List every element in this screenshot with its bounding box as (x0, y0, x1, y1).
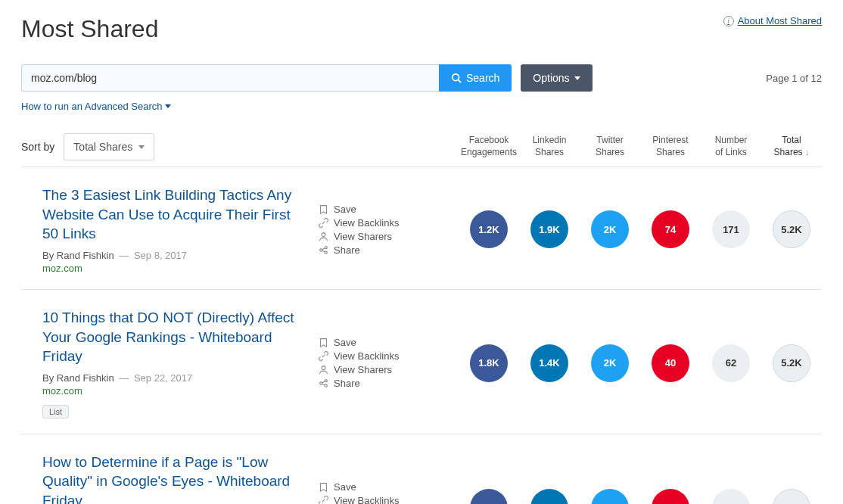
col-linkedin[interactable]: LinkedinShares (519, 135, 580, 158)
twitter-metric: 2K (591, 210, 629, 248)
svg-line-12 (322, 381, 324, 383)
result-tags: List (42, 404, 309, 418)
user-icon (318, 232, 328, 241)
share-icon (318, 378, 328, 388)
view-backlinks-action[interactable]: View Backlinks (318, 495, 424, 504)
view-sharers-action[interactable]: View Sharers (318, 231, 424, 242)
page-title: Most Shared (21, 15, 158, 43)
save-action[interactable]: Save (318, 204, 424, 215)
links-metric: 62 (712, 344, 750, 382)
result-domain[interactable]: moz.com (42, 263, 309, 274)
svg-line-7 (322, 250, 324, 252)
bookmark-icon (318, 482, 328, 492)
result-date: Sep 8, 2017 (134, 250, 187, 261)
save-action[interactable]: Save (318, 481, 424, 493)
svg-point-2 (322, 233, 325, 237)
pinterest-metric: 200 (652, 489, 689, 504)
svg-point-4 (325, 247, 327, 249)
view-sharers-action[interactable]: View Sharers (318, 364, 424, 375)
search-button[interactable]: Search (439, 64, 512, 92)
linkedin-metric: 1.9K (530, 210, 568, 248)
about-link[interactable]: i About Most Shared (723, 15, 822, 26)
page-indicator: Page 1 of 12 (766, 73, 822, 84)
facebook-metric: 1.2K (470, 210, 508, 248)
user-icon (318, 365, 328, 375)
col-twitter[interactable]: TwitterShares (580, 135, 640, 158)
twitter-metric: 2.2K (591, 489, 629, 504)
search-icon (451, 73, 462, 83)
result-byline: By Rand Fishkin — Sep 8, 2017 (42, 250, 309, 261)
share-action[interactable]: Share (318, 378, 424, 389)
twitter-metric: 2K (591, 344, 629, 382)
total-metric: 5.2K (773, 344, 810, 382)
col-total[interactable]: TotalShares ↓ (761, 135, 822, 158)
result-domain[interactable]: moz.com (42, 385, 309, 397)
pinterest-metric: 74 (652, 210, 689, 248)
linkedin-metric: 1.4K (530, 344, 568, 382)
pinterest-metric: 40 (652, 344, 689, 382)
svg-line-1 (459, 80, 462, 83)
result-byline: By Rand Fishkin — Sep 22, 2017 (42, 372, 309, 384)
advanced-search-link[interactable]: How to run an Advanced Search (21, 101, 171, 112)
search-input[interactable] (21, 64, 439, 92)
svg-point-3 (319, 249, 322, 251)
col-pinterest[interactable]: PinterestShares (640, 135, 701, 158)
link-icon (318, 218, 328, 228)
result-author: Rand Fishkin (57, 372, 114, 384)
bookmark-icon (318, 338, 328, 347)
info-icon: i (723, 16, 734, 26)
result-author: Rand Fishkin (57, 250, 114, 261)
share-icon (318, 245, 328, 255)
result-row: The 3 Easiest Link Building Tactics Any … (21, 167, 822, 290)
link-icon (318, 496, 328, 504)
link-icon (318, 351, 328, 361)
col-facebook[interactable]: FacebookEngagements (459, 135, 519, 158)
col-links[interactable]: Numberof Links (701, 135, 761, 158)
save-action[interactable]: Save (318, 337, 424, 348)
options-button-label: Options (533, 72, 569, 84)
svg-point-5 (325, 251, 327, 254)
result-tag: List (42, 405, 69, 418)
share-action[interactable]: Share (318, 244, 424, 256)
facebook-metric: 923 (470, 489, 508, 504)
result-row: 10 Things that DO NOT (Directly) Affect … (21, 290, 822, 434)
sort-selected: Total Shares (73, 141, 132, 153)
links-metric: 171 (712, 210, 750, 248)
svg-point-9 (319, 382, 322, 384)
total-metric: 4.5K (773, 489, 810, 504)
chevron-down-icon (574, 76, 580, 80)
column-headers: FacebookEngagements LinkedinShares Twitt… (459, 135, 822, 158)
svg-line-13 (322, 384, 324, 386)
view-backlinks-action[interactable]: View Backlinks (318, 217, 424, 229)
svg-point-10 (325, 380, 327, 382)
result-row: How to Determine if a Page is "Low Quali… (21, 434, 822, 504)
svg-point-11 (325, 385, 327, 387)
result-title-link[interactable]: 10 Things that DO NOT (Directly) Affect … (42, 308, 309, 366)
search-button-label: Search (466, 72, 499, 84)
sort-arrow-down-icon: ↓ (805, 148, 810, 157)
result-title-link[interactable]: The 3 Easiest Link Building Tactics Any … (42, 185, 309, 244)
linkedin-metric: 1.2K (530, 489, 568, 504)
total-metric: 5.2K (773, 210, 810, 248)
bookmark-icon (318, 204, 328, 214)
svg-point-0 (453, 74, 459, 81)
result-date: Sep 22, 2017 (134, 372, 192, 384)
sort-by-label: Sort by (21, 141, 54, 153)
chevron-down-icon (165, 104, 171, 108)
svg-line-6 (322, 248, 324, 250)
svg-point-8 (322, 366, 325, 370)
view-backlinks-action[interactable]: View Backlinks (318, 350, 424, 362)
facebook-metric: 1.8K (470, 344, 508, 382)
advanced-search-label: How to run an Advanced Search (21, 101, 162, 112)
links-metric: 212 (712, 489, 750, 504)
result-title-link[interactable]: How to Determine if a Page is "Low Quali… (42, 453, 309, 504)
sort-select[interactable]: Total Shares (64, 133, 154, 160)
about-link-label: About Most Shared (738, 15, 822, 26)
chevron-down-icon (138, 145, 145, 149)
options-button[interactable]: Options (521, 64, 592, 92)
